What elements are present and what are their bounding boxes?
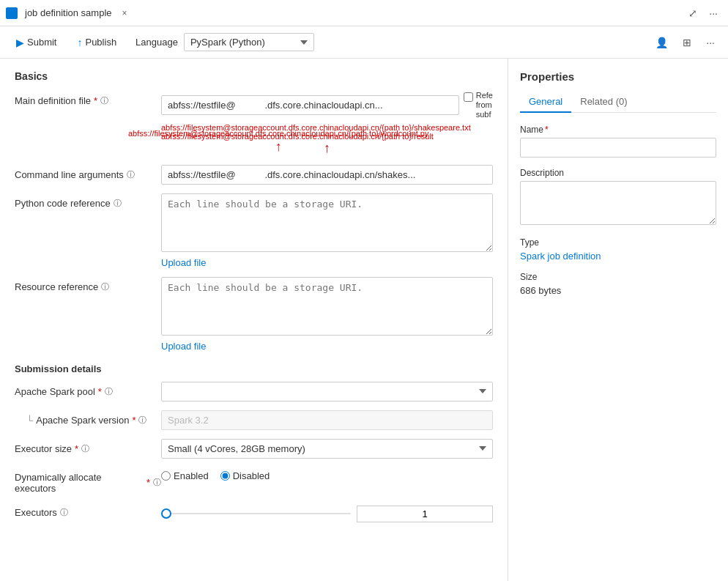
- py-code-row: Python code reference ⓘ Upload file: [15, 193, 493, 268]
- resource-ref-control: Upload file: [161, 277, 493, 352]
- resource-ref-row: Resource reference ⓘ Upload file: [15, 277, 493, 352]
- spark-pool-select[interactable]: [161, 382, 493, 401]
- publish-button[interactable]: ↑ Publish: [70, 32, 124, 53]
- spark-version-select[interactable]: Spark 3.2: [161, 410, 493, 430]
- type-field: Type Spark job definition: [520, 237, 716, 262]
- cmd-args-input[interactable]: [161, 165, 493, 185]
- main-def-info-icon[interactable]: ⓘ: [100, 95, 108, 106]
- spark-pool-required: *: [98, 386, 102, 397]
- upload-file-link-2[interactable]: Upload file: [161, 341, 206, 352]
- dyn-alloc-label: Dynamically allocate executors * ⓘ: [15, 467, 161, 494]
- executors-spinner: [161, 503, 493, 522]
- expand-icon[interactable]: ⤢: [684, 4, 702, 22]
- executor-size-control: Small (4 vCores, 28GB memory) Medium (8 …: [161, 439, 493, 459]
- py-code-textarea[interactable]: [161, 193, 493, 252]
- executor-size-select[interactable]: Small (4 vCores, 28GB memory) Medium (8 …: [161, 439, 493, 459]
- dyn-alloc-info-icon[interactable]: ⓘ: [153, 477, 161, 488]
- resource-ref-textarea[interactable]: [161, 277, 493, 336]
- dyn-alloc-row: Dynamically allocate executors * ⓘ Enabl…: [15, 467, 493, 494]
- py-code-info-icon[interactable]: ⓘ: [114, 198, 122, 209]
- form-panel: abfss://filesystem@storageaccount.dfs.co…: [0, 59, 508, 581]
- enabled-radio-input[interactable]: [161, 471, 171, 481]
- drag-arrow-2: ↑: [324, 141, 330, 156]
- spark-version-control: Spark 3.2: [161, 410, 493, 430]
- spark-pool-info-icon[interactable]: ⓘ: [105, 386, 113, 397]
- enabled-radio[interactable]: Enabled: [161, 470, 209, 481]
- spark-version-label: └ Apache Spark version * ⓘ: [15, 410, 161, 426]
- drag-path-2-text: abfss://filesystem@storageaccount.dfs.co…: [161, 123, 493, 132]
- description-textarea[interactable]: [520, 181, 716, 225]
- spark-version-row: └ Apache Spark version * ⓘ Spark 3.2: [15, 410, 493, 430]
- basics-title: Basics: [15, 70, 493, 82]
- size-label: Size: [520, 272, 716, 282]
- spark-icon: [6, 7, 18, 19]
- executors-control: [161, 503, 493, 522]
- cmd-args-row: Command line arguments ⓘ: [15, 165, 493, 185]
- main-def-input[interactable]: [161, 95, 459, 115]
- tab-general[interactable]: General: [520, 92, 571, 113]
- executor-size-required: *: [75, 443, 78, 454]
- language-select[interactable]: PySpark (Python) Scala SparkR (.NET Spar…: [184, 33, 314, 51]
- executors-row: Executors ⓘ: [15, 503, 493, 522]
- submit-icon: ▶: [16, 37, 24, 48]
- name-required: *: [545, 125, 549, 135]
- publish-icon: ↑: [77, 37, 82, 48]
- name-label: Name *: [520, 125, 716, 135]
- size-field: Size 686 bytes: [520, 272, 716, 296]
- cmd-args-info-icon[interactable]: ⓘ: [127, 169, 135, 180]
- dyn-alloc-required: *: [146, 477, 150, 488]
- tab-close-btn[interactable]: ×: [119, 7, 130, 20]
- name-field: Name * job definition sample: [520, 125, 716, 158]
- executors-label: Executors ⓘ: [15, 503, 161, 518]
- spark-version-info-icon[interactable]: ⓘ: [138, 415, 146, 426]
- ellipsis-icon[interactable]: ···: [705, 4, 722, 22]
- dyn-alloc-radio-group: Enabled Disabled: [161, 467, 493, 481]
- py-code-control: Upload file: [161, 193, 493, 268]
- toolbar: ▶ Submit ↑ Publish Language PySpark (Pyt…: [0, 26, 728, 59]
- cmd-args-label: Command line arguments ⓘ: [15, 165, 161, 180]
- language-label: Language: [135, 37, 178, 48]
- executor-size-row: Executor size * ⓘ Small (4 vCores, 28GB …: [15, 439, 493, 459]
- submit-button[interactable]: ▶ Submit: [9, 32, 64, 53]
- ref-checkbox[interactable]: [464, 92, 473, 102]
- required-asterisk: *: [94, 95, 97, 106]
- user-icon[interactable]: 👤: [651, 34, 672, 51]
- properties-title: Properties: [520, 70, 716, 83]
- executors-info-icon[interactable]: ⓘ: [60, 507, 68, 518]
- disabled-radio-input[interactable]: [220, 471, 230, 481]
- spark-version-required: *: [132, 415, 135, 426]
- py-code-label: Python code reference ⓘ: [15, 193, 161, 209]
- app-bar: job definition sample × ⤢ ···: [0, 0, 728, 26]
- resource-ref-label: Resource reference ⓘ: [15, 277, 161, 292]
- name-input[interactable]: job definition sample: [520, 138, 716, 158]
- type-value: Spark job definition: [520, 251, 716, 262]
- dyn-alloc-control: Enabled Disabled: [161, 467, 493, 481]
- size-value: 686 bytes: [520, 285, 716, 296]
- cmd-args-control: [161, 165, 493, 185]
- spark-pool-control: [161, 382, 493, 401]
- submission-title: Submission details: [15, 363, 493, 374]
- drag-paths-area: abfss://filesystem@storageaccount.dfs.co…: [161, 123, 493, 156]
- executor-size-info-icon[interactable]: ⓘ: [81, 443, 89, 454]
- type-label: Type: [520, 237, 716, 248]
- tab-title: job definition sample: [21, 7, 116, 18]
- description-label: Description: [520, 168, 716, 178]
- disabled-radio[interactable]: Disabled: [220, 470, 270, 481]
- executors-value-input[interactable]: [357, 506, 493, 522]
- main-def-control: Refefromsubf abfss://filesystem@storagea…: [161, 91, 493, 156]
- upload-file-link-1[interactable]: Upload file: [161, 257, 206, 268]
- more-actions-icon[interactable]: ···: [702, 34, 719, 51]
- executor-size-label: Executor size * ⓘ: [15, 439, 161, 454]
- spinner-track[interactable]: [161, 513, 351, 514]
- spinner-thumb[interactable]: [161, 508, 171, 519]
- resource-ref-info-icon[interactable]: ⓘ: [101, 281, 109, 292]
- view-icon[interactable]: ⊞: [678, 34, 696, 51]
- spark-pool-label: Apache Spark pool * ⓘ: [15, 382, 161, 397]
- main-def-row: Main definition file * ⓘ Refefromsubf ab…: [15, 91, 493, 156]
- properties-panel: Properties General Related (0) Name * jo…: [508, 59, 728, 581]
- tab-related[interactable]: Related (0): [571, 92, 636, 113]
- ref-checkbox-group: Refefromsubf: [464, 91, 493, 120]
- main-def-input-row: Refefromsubf: [161, 91, 493, 120]
- drag-path-3-text: abfss://filesystem@storageaccount.dfs.co…: [161, 132, 493, 141]
- properties-tabs: General Related (0): [520, 92, 716, 113]
